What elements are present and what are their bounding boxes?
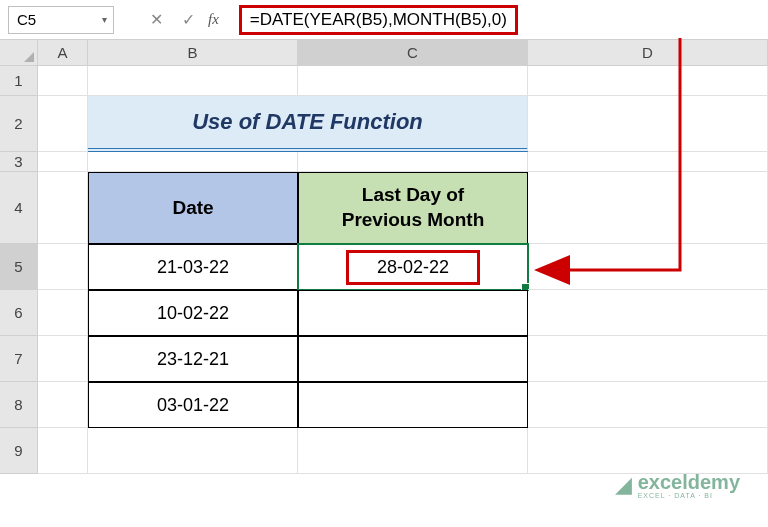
name-box[interactable]: C5 ▾ — [8, 6, 114, 34]
cell-A8[interactable] — [38, 382, 88, 428]
cell-B6[interactable]: 10-02-22 — [88, 290, 298, 336]
cell-D1[interactable] — [528, 66, 768, 96]
cancel-icon[interactable]: ✕ — [144, 8, 168, 32]
logo-icon: ◢ — [615, 472, 632, 498]
cell-C5[interactable]: 28-02-22 — [298, 244, 528, 290]
row-header-9[interactable]: 9 — [0, 428, 38, 474]
cell-B1[interactable] — [88, 66, 298, 96]
header-date[interactable]: Date — [88, 172, 298, 244]
row-header-3[interactable]: 3 — [0, 152, 38, 172]
formula-bar: C5 ▾ ✕ ✓ fx =DATE(YEAR(B5),MONTH(B5),0) — [0, 0, 768, 40]
cell-B9[interactable] — [88, 428, 298, 474]
row-header-8[interactable]: 8 — [0, 382, 38, 428]
header-lastday-line2: Previous Month — [342, 208, 485, 233]
cell-A2[interactable] — [38, 96, 88, 152]
cell-B7[interactable]: 23-12-21 — [88, 336, 298, 382]
date-value-4: 03-01-22 — [157, 395, 229, 416]
cell-B3[interactable] — [88, 152, 298, 172]
row-header-5[interactable]: 5 — [0, 244, 38, 290]
formula-controls: ✕ ✓ fx — [144, 8, 219, 32]
row-1: 1 — [0, 66, 768, 96]
watermark-tagline: EXCEL · DATA · BI — [638, 492, 740, 499]
cell-A3[interactable] — [38, 152, 88, 172]
cell-C1[interactable] — [298, 66, 528, 96]
fx-icon[interactable]: fx — [208, 11, 219, 28]
cell-A1[interactable] — [38, 66, 88, 96]
col-header-A[interactable]: A — [38, 40, 88, 66]
cell-A4[interactable] — [38, 172, 88, 244]
row-4: 4 Date Last Day of Previous Month — [0, 172, 768, 244]
cell-D4[interactable] — [528, 172, 768, 244]
cell-A9[interactable] — [38, 428, 88, 474]
row-5: 5 21-03-22 28-02-22 — [0, 244, 768, 290]
row-header-4[interactable]: 4 — [0, 172, 38, 244]
header-lastday[interactable]: Last Day of Previous Month — [298, 172, 528, 244]
cell-B8[interactable]: 03-01-22 — [88, 382, 298, 428]
row-header-2[interactable]: 2 — [0, 96, 38, 152]
watermark-name: exceldemy — [638, 471, 740, 494]
date-value-1: 21-03-22 — [157, 257, 229, 278]
spreadsheet-grid: A B C D 1 2 Use of DATE Function 3 4 Dat… — [0, 40, 768, 474]
cell-D8[interactable] — [528, 382, 768, 428]
row-header-1[interactable]: 1 — [0, 66, 38, 96]
cell-A7[interactable] — [38, 336, 88, 382]
cell-C3[interactable] — [298, 152, 528, 172]
column-headers: A B C D — [0, 40, 768, 66]
result-value-1: 28-02-22 — [346, 250, 480, 285]
select-all-corner[interactable] — [0, 40, 38, 66]
row-7: 7 23-12-21 — [0, 336, 768, 382]
cell-C8[interactable] — [298, 382, 528, 428]
cell-C7[interactable] — [298, 336, 528, 382]
col-header-C[interactable]: C — [298, 40, 528, 66]
cell-A5[interactable] — [38, 244, 88, 290]
cell-A6[interactable] — [38, 290, 88, 336]
title-cell[interactable]: Use of DATE Function — [88, 96, 528, 152]
header-date-text: Date — [172, 197, 213, 219]
cell-D5[interactable] — [528, 244, 768, 290]
formula-input[interactable]: =DATE(YEAR(B5),MONTH(B5),0) — [231, 6, 760, 34]
date-value-3: 23-12-21 — [157, 349, 229, 370]
cell-B5[interactable]: 21-03-22 — [88, 244, 298, 290]
header-lastday-line1: Last Day of — [362, 183, 464, 208]
title-text: Use of DATE Function — [192, 109, 423, 135]
formula-text: =DATE(YEAR(B5),MONTH(B5),0) — [239, 5, 518, 35]
col-header-D[interactable]: D — [528, 40, 768, 66]
row-header-7[interactable]: 7 — [0, 336, 38, 382]
row-3: 3 — [0, 152, 768, 172]
chevron-down-icon[interactable]: ▾ — [102, 14, 107, 25]
row-2: 2 Use of DATE Function — [0, 96, 768, 152]
cell-D3[interactable] — [528, 152, 768, 172]
cell-C9[interactable] — [298, 428, 528, 474]
cell-D2[interactable] — [528, 96, 768, 152]
row-6: 6 10-02-22 — [0, 290, 768, 336]
row-8: 8 03-01-22 — [0, 382, 768, 428]
watermark: ◢ exceldemy EXCEL · DATA · BI — [615, 471, 740, 499]
col-header-B[interactable]: B — [88, 40, 298, 66]
cell-D9[interactable] — [528, 428, 768, 474]
cell-D6[interactable] — [528, 290, 768, 336]
cell-D7[interactable] — [528, 336, 768, 382]
date-value-2: 10-02-22 — [157, 303, 229, 324]
name-box-value: C5 — [17, 11, 36, 28]
confirm-icon[interactable]: ✓ — [176, 8, 200, 32]
row-header-6[interactable]: 6 — [0, 290, 38, 336]
row-9: 9 — [0, 428, 768, 474]
cell-C6[interactable] — [298, 290, 528, 336]
